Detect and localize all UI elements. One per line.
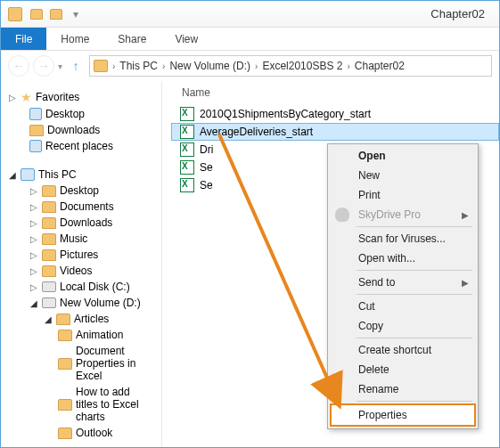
ctx-delete[interactable]: Delete	[330, 360, 476, 379]
favorites-label: Favorites	[36, 91, 79, 103]
file-row-selected[interactable]: AverageDeliveries_start	[171, 123, 499, 141]
nav-downloads[interactable]: ▷Downloads	[4, 215, 158, 231]
thispc-header[interactable]: ◢ This PC	[4, 167, 158, 183]
ctx-shortcut[interactable]: Create shortcut	[330, 340, 476, 360]
chevron-right-icon: ▷	[29, 186, 38, 196]
back-button[interactable]: ←	[8, 55, 29, 77]
chevron-right-icon[interactable]: ›	[110, 61, 118, 71]
ctx-scan[interactable]: Scan for Viruses...	[330, 229, 476, 248]
menu-separator	[357, 338, 472, 338]
folder-app-icon	[8, 7, 22, 21]
excel-file-icon	[180, 178, 194, 192]
nav-drive-c[interactable]: ▷Local Disk (C:)	[4, 279, 158, 295]
nav-music[interactable]: ▷Music	[4, 231, 158, 247]
quick-access-toolbar: ▾	[28, 5, 85, 23]
folder-icon	[42, 185, 56, 197]
ctx-properties[interactable]: Properties	[330, 403, 476, 427]
nav-charttitles[interactable]: How to add titles to Excel charts	[4, 384, 158, 425]
excel-file-icon	[180, 143, 194, 157]
recent-icon	[29, 140, 42, 152]
history-dropdown-icon[interactable]: ▾	[58, 61, 62, 71]
nav-desktop[interactable]: ▷Desktop	[4, 183, 158, 199]
ctx-new[interactable]: New	[330, 166, 476, 185]
nav-docprops[interactable]: Document Properties in Excel	[4, 343, 158, 384]
qat-new-folder-button[interactable]	[47, 5, 65, 23]
window-title: Chapter02	[430, 7, 485, 20]
nav-outlook[interactable]: Outlook	[4, 425, 158, 441]
folder-icon	[58, 399, 72, 411]
ctx-openwith[interactable]: Open with...	[330, 248, 476, 268]
crumb-folder1[interactable]: Excel2010SBS 2	[262, 60, 342, 72]
qat-properties-button[interactable]	[28, 5, 45, 23]
chevron-right-icon: ▶	[462, 278, 469, 288]
tab-home[interactable]: Home	[46, 28, 103, 50]
folder-icon	[42, 233, 56, 245]
folder-icon	[56, 314, 70, 325]
ctx-sendto[interactable]: Send to▶	[330, 273, 476, 292]
menu-separator	[357, 294, 472, 295]
ctx-cut[interactable]: Cut	[330, 297, 476, 316]
nav-documents[interactable]: ▷Documents	[4, 199, 158, 215]
tab-view[interactable]: View	[160, 28, 212, 50]
folder-icon	[58, 358, 72, 370]
ctx-open[interactable]: Open	[330, 146, 476, 166]
title-bar: ▾ Chapter02	[1, 1, 499, 28]
address-bar-row: ← → ▾ ↑ › This PC › New Volume (D:) › Ex…	[1, 51, 499, 81]
favorites-header[interactable]: ▷ ★ Favorites	[4, 88, 158, 106]
folder-icon	[42, 217, 56, 229]
drive-icon	[42, 281, 56, 292]
chevron-down-icon: ◢	[44, 314, 53, 324]
crumb-drive[interactable]: New Volume (D:)	[169, 60, 250, 72]
cloud-icon	[335, 208, 349, 222]
chevron-right-icon[interactable]: ›	[344, 61, 352, 71]
column-header-name[interactable]: Name	[171, 81, 499, 105]
chevron-right-icon: ▷	[29, 250, 38, 260]
up-button[interactable]: ↑	[66, 56, 86, 76]
crumb-thispc[interactable]: This PC	[119, 60, 158, 72]
ctx-copy[interactable]: Copy	[330, 316, 476, 336]
menu-separator	[357, 270, 472, 271]
crumb-folder2[interactable]: Chapter02	[355, 60, 405, 72]
excel-file-icon	[180, 107, 194, 121]
desktop-icon	[29, 108, 42, 120]
folder-icon	[58, 330, 72, 341]
folder-icon	[29, 125, 44, 136]
chevron-right-icon: ▷	[29, 202, 38, 212]
chevron-right-icon[interactable]: ›	[252, 61, 260, 71]
excel-file-icon	[180, 125, 194, 139]
nav-drive-d[interactable]: ◢New Volume (D:)	[4, 295, 158, 311]
pc-icon	[20, 168, 35, 181]
excel-file-icon	[180, 160, 194, 175]
nav-desktop[interactable]: Desktop	[4, 106, 158, 122]
chevron-right-icon: ▷	[8, 93, 17, 102]
folder-icon	[42, 249, 56, 261]
folder-icon	[42, 265, 56, 277]
breadcrumb[interactable]: › This PC › New Volume (D:) › Excel2010S…	[89, 55, 492, 77]
chevron-down-icon: ◢	[29, 298, 38, 308]
file-row[interactable]: 2010Q1ShipmentsByCategory_start	[171, 105, 499, 123]
qat-dropdown-button[interactable]: ▾	[67, 5, 85, 23]
context-menu: Open New Print SkyDrive Pro▶ Scan for Vi…	[327, 143, 479, 429]
file-tab[interactable]: File	[1, 28, 46, 50]
ctx-skydrive[interactable]: SkyDrive Pro▶	[330, 205, 476, 224]
chevron-right-icon: ▷	[29, 234, 38, 244]
folder-icon	[94, 60, 108, 72]
thispc-label: This PC	[38, 168, 77, 181]
chevron-right-icon[interactable]: ›	[160, 61, 168, 71]
ctx-rename[interactable]: Rename	[330, 379, 476, 399]
folder-icon	[58, 428, 72, 439]
chevron-down-icon: ◢	[8, 170, 17, 180]
nav-articles[interactable]: ◢Articles	[4, 311, 158, 327]
forward-button[interactable]: →	[33, 55, 54, 77]
nav-recent[interactable]: Recent places	[4, 138, 158, 154]
nav-animation[interactable]: Animation	[4, 327, 158, 343]
star-icon: ★	[20, 90, 32, 104]
folder-icon	[42, 201, 56, 213]
ctx-print[interactable]: Print	[330, 185, 476, 205]
nav-videos[interactable]: ▷Videos	[4, 263, 158, 279]
chevron-right-icon: ▷	[29, 282, 38, 292]
nav-pictures[interactable]: ▷Pictures	[4, 247, 158, 263]
tab-share[interactable]: Share	[103, 28, 160, 50]
nav-downloads[interactable]: Downloads	[4, 122, 158, 138]
ribbon: File Home Share View	[1, 28, 499, 51]
